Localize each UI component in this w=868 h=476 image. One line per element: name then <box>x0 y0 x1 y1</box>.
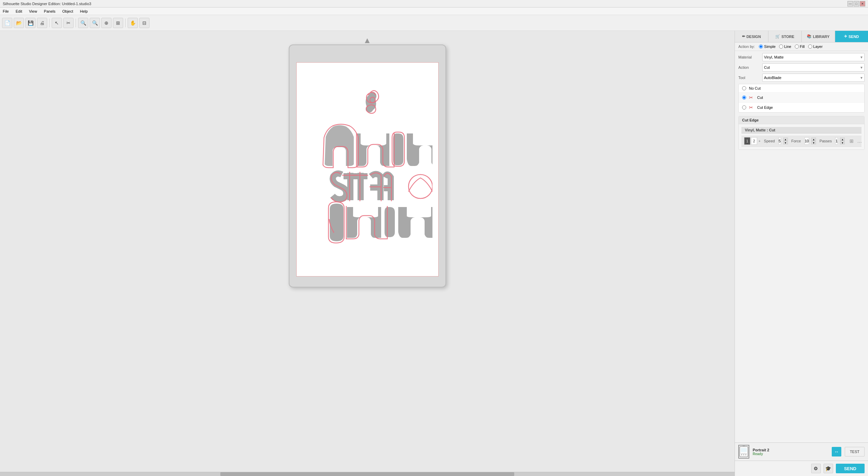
cut-edge-section: Cut Edge Vinyl, Matte : Cut 1 2 + Speed … <box>738 116 865 150</box>
menu-view[interactable]: View <box>28 9 39 14</box>
window-controls[interactable]: — □ ✕ <box>847 1 865 7</box>
svg-rect-5 <box>741 448 747 452</box>
menu-object[interactable]: Object <box>61 9 75 14</box>
tool-label: Tool <box>738 76 762 80</box>
art-container <box>300 66 435 273</box>
menu-edit[interactable]: Edit <box>14 9 24 14</box>
force-up[interactable]: ▲ <box>811 138 816 141</box>
select-button[interactable]: ↖ <box>52 18 62 28</box>
app-title: Silhouette Studio Designer Edition: Unti… <box>3 2 847 6</box>
numeric-row: 1 2 + Speed 5 ▲ ▼ Force 10 ▲ <box>741 136 861 147</box>
no-cut-option[interactable]: No Cut <box>739 84 864 93</box>
ellipsis-icon[interactable]: … <box>857 138 862 144</box>
force-value[interactable]: 10 <box>804 137 809 145</box>
toolbar-separator-3 <box>125 18 126 27</box>
page-indicators: 1 2 + <box>744 137 761 145</box>
save-button[interactable]: 💾 <box>25 18 36 28</box>
toolbar-separator-2 <box>76 18 76 27</box>
radio-layer[interactable]: Layer <box>808 44 823 49</box>
radio-fill[interactable]: Fill <box>795 44 805 49</box>
cut-edge-radio[interactable] <box>742 105 746 110</box>
cut-edge-option[interactable]: ✂ Cut Edge <box>739 103 864 112</box>
page-1-indicator[interactable]: 1 <box>744 137 750 145</box>
cut-edge-header-label: Cut Edge <box>742 118 759 122</box>
print-button[interactable]: 🖨 <box>37 18 47 28</box>
panel-spacer <box>735 249 868 442</box>
horizontal-scrollbar[interactable] <box>0 472 735 476</box>
passes-down[interactable]: ▼ <box>840 141 845 144</box>
force-stepper[interactable]: ▲ ▼ <box>811 138 816 144</box>
nav-arrows: ↔ <box>832 447 841 456</box>
portrait-section: Portrait 2 Ready ↔ TEST <box>735 442 868 461</box>
move-button[interactable]: ✋ <box>128 18 138 28</box>
zoom-custom-button[interactable]: ⊞ <box>113 18 123 28</box>
speed-value[interactable]: 5 <box>778 137 781 145</box>
action-select[interactable]: Cut <box>762 63 865 72</box>
tab-design[interactable]: ✏ DESIGN <box>735 31 768 42</box>
toolbar-separator-1 <box>49 18 50 27</box>
passes-stepper[interactable]: ▲ ▼ <box>840 138 845 144</box>
new-button[interactable]: 📄 <box>2 18 12 28</box>
nav-left-arrow[interactable]: ↔ <box>832 447 841 456</box>
radio-simple[interactable]: Simple <box>759 44 776 49</box>
machine-settings-icon[interactable]: ⚙ <box>811 464 821 473</box>
material-label-bar: Vinyl, Matte : Cut <box>741 127 861 133</box>
menu-help[interactable]: Help <box>79 9 89 14</box>
tab-library-label: LIBRARY <box>813 35 829 39</box>
svg-point-8 <box>743 454 744 455</box>
maximize-button[interactable]: □ <box>854 1 859 7</box>
zoom-out-button[interactable]: 🔍 <box>90 18 100 28</box>
page-2-indicator[interactable]: 2 <box>751 137 757 145</box>
menubar: File Edit View Panels Object Help <box>0 8 868 15</box>
calibrate-icon[interactable]: 🎓 <box>824 464 833 473</box>
tab-send-label: SEND <box>848 35 859 39</box>
cut-option[interactable]: ✂ Cut <box>739 93 864 103</box>
cut-label: Cut <box>757 95 763 100</box>
menu-file[interactable]: File <box>1 9 10 14</box>
speed-down[interactable]: ▼ <box>783 141 788 144</box>
titlebar: Silhouette Studio Designer Edition: Unti… <box>0 0 868 8</box>
force-down[interactable]: ▼ <box>811 141 816 144</box>
more-options-icon[interactable]: ⊞ <box>850 138 854 144</box>
svg-point-7 <box>741 454 742 455</box>
tool-row: Tool AutoBlade ▼ <box>738 74 865 82</box>
radio-line[interactable]: Line <box>779 44 791 49</box>
material-control: Vinyl, Matte ▼ <box>762 53 865 61</box>
canvas-area[interactable]: ▲ <box>0 31 735 476</box>
close-button[interactable]: ✕ <box>860 1 865 7</box>
no-cut-radio[interactable] <box>742 86 746 90</box>
tab-send[interactable]: ✈ SEND <box>835 31 868 42</box>
right-panel: ✏ DESIGN 🛒 STORE 📚 LIBRARY ✈ SEND Action… <box>735 31 868 476</box>
radio-simple-label: Simple <box>764 44 776 49</box>
send-button[interactable]: SEND <box>836 464 865 473</box>
radio-line-label: Line <box>784 44 791 49</box>
radio-fill-label: Fill <box>800 44 805 49</box>
no-cut-label: No Cut <box>749 86 761 90</box>
paper-area <box>296 62 439 276</box>
material-label: Material <box>738 55 762 59</box>
material-select[interactable]: Vinyl, Matte <box>762 53 865 61</box>
action-row: Action Cut ▼ <box>738 63 865 72</box>
zoom-in-button[interactable]: 🔍 <box>78 18 88 28</box>
passes-value[interactable]: 1 <box>835 137 838 145</box>
grid-button[interactable]: ⊟ <box>139 18 150 28</box>
scrollbar-thumb[interactable] <box>220 472 514 476</box>
passes-up[interactable]: ▲ <box>840 138 845 141</box>
tab-design-label: DESIGN <box>747 35 761 39</box>
cut-radio[interactable] <box>742 95 746 100</box>
test-button[interactable]: TEST <box>845 447 865 456</box>
speed-up[interactable]: ▲ <box>783 138 788 141</box>
tool-select[interactable]: AutoBlade <box>762 74 865 82</box>
fit-button[interactable]: ⊕ <box>101 18 112 28</box>
tab-store[interactable]: 🛒 STORE <box>768 31 802 42</box>
tool-control: AutoBlade ▼ <box>762 74 865 82</box>
home-sweet-home-art <box>302 86 432 253</box>
machine-status: Ready <box>753 452 828 456</box>
menu-panels[interactable]: Panels <box>42 9 57 14</box>
tab-library[interactable]: 📚 LIBRARY <box>802 31 835 42</box>
minimize-button[interactable]: — <box>847 1 853 7</box>
speed-stepper[interactable]: ▲ ▼ <box>783 138 788 144</box>
cut-select-button[interactable]: ✂ <box>63 18 74 28</box>
open-button[interactable]: 📂 <box>14 18 24 28</box>
machine-name: Portrait 2 <box>753 448 828 452</box>
